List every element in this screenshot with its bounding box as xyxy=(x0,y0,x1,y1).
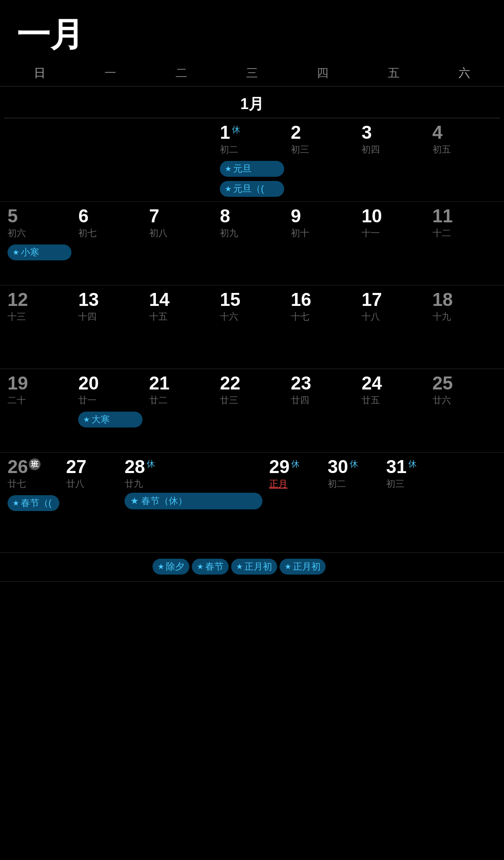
day-number-15: 15 xyxy=(220,290,240,309)
star-icon-xiao: ★ xyxy=(13,248,19,257)
day-12[interactable]: 12 十三 xyxy=(4,285,75,369)
day-7[interactable]: 7 初八 xyxy=(146,202,216,285)
day-28[interactable]: 28 休 廿九 ★ 春节（休） xyxy=(121,453,266,552)
day-lunar-24: 廿五 xyxy=(361,394,425,407)
event-label-xiao-han: 小寒 xyxy=(21,246,39,259)
event-zheng-1: ★ 正月初 xyxy=(231,559,277,575)
day-number-20: 20 xyxy=(78,374,99,392)
day-24[interactable]: 24 廿五 xyxy=(358,369,429,452)
day-3[interactable]: 3 初四 xyxy=(358,118,429,201)
day-empty-2 xyxy=(75,118,145,201)
calendar-grid: 1 休 初二 ★ 元旦 ★ 元旦（( xyxy=(0,118,504,582)
day-lunar-1: 初二 xyxy=(220,143,284,156)
day-number-14: 14 xyxy=(149,290,170,309)
day-number-6: 6 xyxy=(78,207,88,225)
spring-rest-bar: ★ 春节（休） xyxy=(125,493,262,509)
day-11[interactable]: 11 十二 xyxy=(429,202,500,285)
weekday-fri: 五 xyxy=(358,62,429,86)
day-19[interactable]: 19 二十 xyxy=(4,369,75,452)
month-label: 1月 xyxy=(4,87,500,118)
day-20[interactable]: 20 廿一 ★ 大寒 xyxy=(75,369,145,452)
day-26[interactable]: 26 班 廿七 ★ 春节（( xyxy=(4,453,63,552)
day-10[interactable]: 10 十一 xyxy=(358,202,429,285)
day-lunar-9: 初十 xyxy=(291,227,355,239)
events-5: ★ 小寒 xyxy=(8,242,71,260)
day-lunar-10: 十一 xyxy=(361,227,425,239)
day-lunar-17: 十八 xyxy=(361,310,425,323)
event-xiao-han: ★ 小寒 xyxy=(8,244,71,260)
day-8[interactable]: 8 初九 xyxy=(216,202,287,285)
day-5[interactable]: 5 初六 ★ 小寒 xyxy=(4,202,75,285)
day-number-28: 28 xyxy=(125,458,145,476)
day-lunar-20: 廿一 xyxy=(78,394,142,407)
event-chun-jie-b: ★ 春节 xyxy=(192,559,229,575)
day-number-19: 19 xyxy=(8,374,28,392)
day-22[interactable]: 22 廿三 xyxy=(216,369,287,452)
star-icon-2: ★ xyxy=(225,184,232,193)
event-label-yuan-dan: 元旦 xyxy=(233,163,252,175)
day-31[interactable]: 31 休 初三 xyxy=(383,453,441,552)
day-29[interactable]: 29 休 正月 xyxy=(266,453,324,552)
weekday-header: 日 一 二 三 四 五 六 xyxy=(0,62,504,87)
day-14[interactable]: 14 十五 xyxy=(146,285,216,369)
day-27[interactable]: 27 廿八 xyxy=(63,453,121,552)
day-6[interactable]: 6 初七 xyxy=(75,202,145,285)
day-lunar-27: 廿八 xyxy=(66,478,118,490)
star-icon-chu: ★ xyxy=(158,562,164,571)
day-16[interactable]: 16 十七 xyxy=(288,285,358,369)
day-2[interactable]: 2 初三 xyxy=(288,118,358,201)
month-title: 一月 xyxy=(0,0,504,62)
day-number-22: 22 xyxy=(220,374,240,392)
star-icon-chun26: ★ xyxy=(13,499,19,508)
day-number-27: 27 xyxy=(66,458,87,476)
spring-rest-label: 春节（休） xyxy=(141,495,187,507)
day-lunar-2: 初三 xyxy=(291,143,355,156)
star-icon-z1: ★ xyxy=(236,562,243,571)
events-20: ★ 大寒 xyxy=(78,409,142,427)
day-lunar-6: 初七 xyxy=(78,227,142,239)
rest-badge-28: 休 xyxy=(147,458,155,470)
day-lunar-29: 正月 xyxy=(269,478,321,490)
day-number-30: 30 xyxy=(328,458,348,476)
rest-badge-30: 休 xyxy=(350,458,358,470)
day-17[interactable]: 17 十八 xyxy=(358,285,429,369)
day-number-11: 11 xyxy=(433,207,453,225)
day-number-1: 1 xyxy=(220,123,230,142)
day-23[interactable]: 23 廿四 xyxy=(288,369,358,452)
star-icon-cj-b: ★ xyxy=(197,562,204,571)
day-number-3: 3 xyxy=(361,123,372,142)
day-lunar-3: 初四 xyxy=(361,143,425,156)
day-lunar-7: 初八 xyxy=(149,227,213,239)
zheng-1-label: 正月初 xyxy=(244,560,272,573)
day-number-26: 26 xyxy=(8,458,28,476)
week-row-2: 5 初六 ★ 小寒 6 初七 xyxy=(0,202,504,285)
day-9[interactable]: 9 初十 xyxy=(288,202,358,285)
day-number-18: 18 xyxy=(433,290,453,309)
day-number-2: 2 xyxy=(291,123,301,142)
star-icon-spring-rest: ★ xyxy=(130,496,139,506)
weekday-thu: 四 xyxy=(288,62,358,86)
day-lunar-19: 二十 xyxy=(8,394,71,407)
day-25[interactable]: 25 廿六 xyxy=(429,369,500,452)
day-1[interactable]: 1 休 初二 ★ 元旦 ★ 元旦（( xyxy=(216,118,287,201)
day-18[interactable]: 18 十九 xyxy=(429,285,500,369)
day-lunar-8: 初九 xyxy=(220,227,284,239)
day-4[interactable]: 4 初五 xyxy=(429,118,500,201)
day-13[interactable]: 13 十四 xyxy=(75,285,145,369)
weekday-mon: 一 xyxy=(75,62,145,86)
events-26: ★ 春节（( xyxy=(8,493,59,511)
day-lunar-11: 十二 xyxy=(433,227,496,239)
day-lunar-21: 廿二 xyxy=(149,394,213,407)
day-21[interactable]: 21 廿二 xyxy=(146,369,216,452)
day-lunar-30: 初二 xyxy=(328,478,379,490)
day-lunar-14: 十五 xyxy=(149,310,213,323)
day-lunar-12: 十三 xyxy=(8,310,71,323)
events-1: ★ 元旦 ★ 元旦（( xyxy=(220,158,284,197)
week-row-5: 26 班 廿七 ★ 春节（( 27 廿八 xyxy=(0,453,504,553)
day-15[interactable]: 15 十六 xyxy=(216,285,287,369)
day-lunar-28: 廿九 xyxy=(125,478,262,490)
day-30[interactable]: 30 休 初二 xyxy=(324,453,383,552)
weekday-sat: 六 xyxy=(429,62,500,86)
rest-badge-29: 休 xyxy=(291,458,300,470)
star-icon-1: ★ xyxy=(225,164,232,173)
